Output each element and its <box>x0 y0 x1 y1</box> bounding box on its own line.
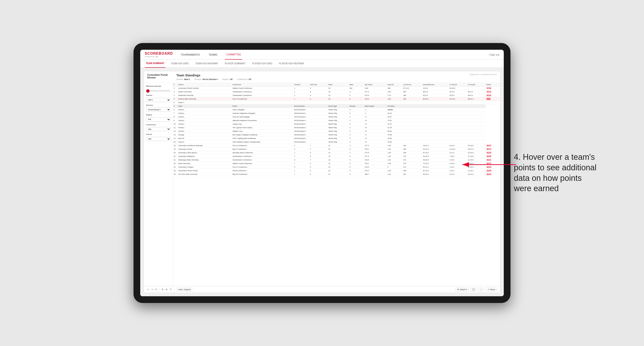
col-vs-top25: Vs Top 25 <box>449 83 467 86</box>
annotation-area: 4. Hover over a team's points to see add… <box>514 152 599 194</box>
school-label: School <box>146 133 170 135</box>
nav-items: TOURNAMENTS TEAMS COMMITTEE <box>180 50 489 60</box>
logo-title: SCOREBOARD <box>145 51 173 56</box>
table-row: 15 Univers... 2023 Sahalee Players Champ… <box>173 140 500 144</box>
col-avg-sg: Avg. SG <box>387 83 402 86</box>
table-row: 13 Georgia Ben Hogan Collegiate Invitati… <box>173 133 500 137</box>
sign-out-button[interactable]: | Sign out <box>489 53 499 56</box>
table-row: 8 Univers... Amer An Intercollegiate NCA… <box>173 115 500 119</box>
panel-right: Team Standings Update time: 13/03/2024 1… <box>176 73 497 80</box>
content-split: Minimum Rounds Gender Men's Division <box>144 83 500 286</box>
conference-label: Conference <box>146 124 170 126</box>
nav-tournaments[interactable]: TOURNAMENTS <box>180 50 201 60</box>
tablet-screen: SCOREBOARD Powered by clipp TOURNAMENTS … <box>140 50 504 296</box>
division-group: Division NCAA Division I <box>146 104 170 112</box>
col-rnds: Rnds <box>328 83 349 86</box>
annotation-arrow <box>458 156 520 173</box>
gender-filter: Gender: Men's <box>176 78 190 80</box>
table-row: 5 Texas T... <box>173 101 500 104</box>
region-group: Region N/A <box>146 114 170 122</box>
standings-title: Team Standings <box>176 73 200 77</box>
table-row-highlighted: 4 Arizona State University Pac-12 Confer… <box>173 97 500 101</box>
conference-select[interactable]: (All) <box>146 127 170 131</box>
toolbar-separator <box>159 288 160 291</box>
table-row: 7 Univers... Southern Highlands Collegia… <box>173 112 500 115</box>
table-row: 23 Duke University Atlantic Coast Confer… <box>173 162 500 165</box>
region-select[interactable]: N/A <box>146 117 170 122</box>
sub-nav-team-h2h-heatmap[interactable]: TEAM H2H HEATMAP <box>194 60 219 68</box>
view-original-button[interactable]: View: Original <box>176 288 192 291</box>
col-conf-tour: Conf Tour <box>309 83 328 86</box>
col-wins: Wins <box>349 83 364 86</box>
table-row: 25 University of North Florida ASUN Conf… <box>173 169 500 173</box>
col-adj-score: Adj. Score <box>364 83 387 86</box>
table-area: # School Conference Conf No Conf Tour Rn… <box>173 83 500 286</box>
table-row: 6 Univers... Cabo Collegiate NCAA Divisi… <box>173 108 500 112</box>
sub-nav-team-summary[interactable]: TEAM SUMMARY <box>145 60 166 68</box>
division-label: Division <box>146 104 170 106</box>
gender-group: Gender Men's <box>146 94 170 102</box>
logo-area: SCOREBOARD Powered by clipp <box>145 51 173 58</box>
refresh-icon[interactable]: ↻ <box>155 288 157 291</box>
gender-select[interactable]: Men's <box>146 98 170 102</box>
copy-icon[interactable]: ⧉ <box>162 288 163 291</box>
gender-label: Gender <box>146 94 170 96</box>
table-row: 1 University of North Carolina Atlantic … <box>173 86 500 90</box>
school-select[interactable]: (All) <box>146 137 170 141</box>
table-row: 18 University of California, Berkeley Pa… <box>173 144 500 148</box>
panel-header: Committee Portal Review Team Standings U… <box>144 71 500 83</box>
col-conference: Conference <box>232 83 293 86</box>
top-nav: SCOREBOARD Powered by clipp TOURNAMENTS … <box>140 50 504 60</box>
table-row: 21 University of Alabama Southeastern Co… <box>173 155 500 158</box>
clock-icon[interactable]: ⏱ <box>170 288 172 291</box>
table-row: 12 Univers... Williams Cup NCAA Division… <box>173 130 500 133</box>
division-filter: Division: NCAA Division I <box>194 78 218 80</box>
min-rounds-slider[interactable] <box>146 91 170 91</box>
min-rounds-group: Minimum Rounds <box>146 85 170 92</box>
nav-committee[interactable]: COMMITTEE <box>225 50 242 60</box>
col-overall: Overall Record <box>422 83 449 86</box>
table-row: 2 Auburn University Southeastern Confere… <box>173 90 500 94</box>
committee-portal-title: Committee Portal Review <box>147 73 176 79</box>
min-rounds-label: Minimum Rounds <box>146 85 170 87</box>
table-row: 26 The Ohio State University Big Ten Con… <box>173 173 500 176</box>
comment-button[interactable]: 💬 <box>471 288 476 291</box>
sub-nav-player-h2h-grid[interactable]: PLAYER H2H GRID <box>251 60 273 68</box>
school-group: School (All) <box>146 133 170 141</box>
sub-nav-player-h2h-heatmap[interactable]: PLAYER H2H HEATMAP <box>278 60 305 68</box>
table-row: 11 Florida I The Cypress Point Classic N… <box>173 126 500 130</box>
toolbar-right: 👁 Watch ▾ 💬 ⤢ ↗ Share <box>456 288 497 291</box>
tablet-frame: SCOREBOARD Powered by clipp TOURNAMENTS … <box>134 43 510 303</box>
region-filter: Region: All <box>222 78 232 80</box>
col-school: School <box>178 83 232 86</box>
undo-icon[interactable]: ↩ <box>147 288 149 291</box>
nav-teams[interactable]: TEAMS <box>208 50 218 60</box>
annotation-text: 4. Hover over a team's points to see add… <box>514 152 599 194</box>
bottom-toolbar: ↩ ↪ ↻ ⧉ ⊕ ⏱ View: Original 👁 Watch ▾ 💬 ⤢ <box>144 286 500 293</box>
division-select[interactable]: NCAA Division I <box>146 108 170 112</box>
standings-filters: Gender: Men's Division: NCAA Division I … <box>176 78 497 80</box>
table-row: 24 University of Oregon Pac-12 Conferenc… <box>173 165 500 169</box>
col-low-score: Low Score <box>402 83 422 86</box>
sub-nav-player-summary[interactable]: PLAYER SUMMARY <box>224 60 246 68</box>
logo-subtitle: Powered by clipp <box>145 56 173 58</box>
col-conf-no: Conf No <box>294 83 309 86</box>
col-vs-top50: Vs Top 50 <box>467 83 486 86</box>
conference-group: Conference (All) <box>146 124 170 131</box>
expand-button[interactable]: ⤢ <box>478 288 484 291</box>
watch-button[interactable]: 👁 Watch ▾ <box>456 288 468 291</box>
panel-inner: Committee Portal Review Team Standings U… <box>144 71 500 293</box>
standings-table: # School Conference Conf No Conf Tour Rn… <box>173 83 500 176</box>
share-button[interactable]: ↗ Share <box>486 288 497 291</box>
col-rank: # <box>173 83 178 86</box>
update-time: Update time: 13/03/2024 10:03:42 <box>470 73 497 76</box>
app-panel: Committee Portal Review Team Standings U… <box>140 68 504 296</box>
table-row: 3 Vanderbilt University Southeastern Con… <box>173 94 500 97</box>
sub-nav-team-h2h-grid[interactable]: TEAM H2H GRID <box>170 60 190 68</box>
table-row: 20 University of New Mexico Mountain Wes… <box>173 151 500 155</box>
panel-left: Committee Portal Review <box>147 73 176 80</box>
tooltip-header-row: # Team Event Event Division Event Type R… <box>173 104 500 108</box>
redo-icon[interactable]: ↪ <box>151 288 153 291</box>
table-row: 9 Univers... National Invitational Tourn… <box>173 119 500 122</box>
settings-icon[interactable]: ⊕ <box>166 288 168 291</box>
